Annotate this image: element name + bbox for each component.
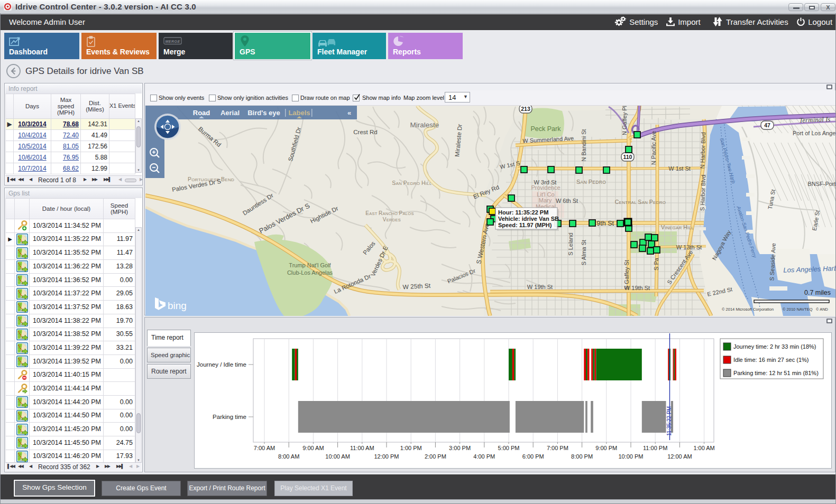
svg-text:Trump Nat'l Golf: Trump Nat'l Golf <box>289 262 331 268</box>
svg-text:Road: Road <box>193 109 210 117</box>
svg-text:W 25th St: W 25th St <box>402 282 431 291</box>
svg-text:S Harbor Blvd: S Harbor Blvd <box>699 174 706 211</box>
svg-text:Idle time: 16 min 27 sec (1%): Idle time: 16 min 27 sec (1%) <box>733 357 809 363</box>
svg-text:EAST RANCHO PALOS: EAST RANCHO PALOS <box>365 210 414 216</box>
svg-text:bing: bing <box>168 300 187 311</box>
svg-text:Crest Rd: Crest Rd <box>353 129 377 135</box>
svg-text:© AND: © AND <box>816 307 829 312</box>
svg-text:8:00 PM: 8:00 PM <box>571 453 593 460</box>
svg-text:0.7 miles: 0.7 miles <box>804 289 831 296</box>
svg-text:Providence: Providence <box>531 184 560 191</box>
svg-text:4:00 PM: 4:00 PM <box>473 453 495 460</box>
svg-text:10:00 PM: 10:00 PM <box>618 453 643 460</box>
svg-text:S Alma St: S Alma St <box>581 240 587 265</box>
svg-text:Labels: Labels <box>288 109 310 117</box>
svg-text:Bird's eye: Bird's eye <box>247 109 280 117</box>
svg-text:Parking time: Parking time <box>213 414 246 420</box>
svg-text:6:00 PM: 6:00 PM <box>522 453 544 460</box>
svg-text:Club-Los Angelas: Club-Los Angelas <box>287 269 333 276</box>
svg-text:12:00 PM: 12:00 PM <box>374 453 399 460</box>
svg-text:SAN PEDRO: SAN PEDRO <box>576 179 606 185</box>
svg-text:11:35:22 PM: 11:35:22 PM <box>666 406 672 436</box>
svg-text:W 19th St: W 19th St <box>624 285 650 291</box>
svg-text:Journey / Idle time: Journey / Idle time <box>197 361 246 368</box>
svg-text:S Pa: S Pa <box>653 257 659 270</box>
svg-text:BNSF-Port: BNSF-Port <box>807 181 835 187</box>
svg-text:MERGE: MERGE <box>165 40 180 43</box>
svg-text:N Bandini St: N Bandini St <box>581 129 587 161</box>
svg-text:Journey time: 2 hr 33 min (18%: Journey time: 2 hr 33 min (18%) <box>733 343 816 350</box>
svg-text:W 19th St: W 19th St <box>527 284 553 290</box>
svg-text:S Leland: S Leland <box>567 232 574 255</box>
svg-text:11:00 AM: 11:00 AM <box>350 445 374 451</box>
svg-text:N Pacific Ave: N Pacific Ave <box>650 131 657 165</box>
svg-text:Port of Los Angel: Port of Los Angel <box>793 130 835 136</box>
svg-text:7:00 PM: 7:00 PM <box>547 445 568 451</box>
svg-text:10:00 AM: 10:00 AM <box>325 453 350 460</box>
svg-text:VERDES: VERDES <box>383 217 401 222</box>
svg-text:2:00 PM: 2:00 PM <box>425 453 446 460</box>
svg-text:Speed: 11.97 (MPH): Speed: 11.97 (MPH) <box>498 222 552 228</box>
svg-text:7:00 AM: 7:00 AM <box>254 445 275 451</box>
svg-text:8:00 AM: 8:00 AM <box>278 453 299 460</box>
svg-text:© 2014 Microsoft Corporation: © 2014 Microsoft Corporation <box>722 307 774 312</box>
svg-text:W 6th St: W 6th St <box>556 198 578 204</box>
svg-text:Aerial: Aerial <box>221 109 240 117</box>
svg-text:N Gaffey Pl: N Gaffey Pl <box>621 106 628 135</box>
svg-text:9:00 AM: 9:00 AM <box>302 445 324 451</box>
svg-text:Miraleste: Miraleste <box>410 121 439 129</box>
svg-text:Parking time: 12 hr 51 min (81: Parking time: 12 hr 51 min (81%) <box>733 370 819 376</box>
svg-text:Mary: Mary <box>539 197 552 203</box>
svg-text:5:00 PM: 5:00 PM <box>498 445 520 451</box>
svg-text:W 1st St: W 1st St <box>668 165 691 172</box>
svg-text:N Harbor Blvd: N Harbor Blvd <box>699 132 706 169</box>
svg-text:1:00 AM: 1:00 AM <box>693 445 714 451</box>
svg-text:3:00 PM: 3:00 PM <box>449 445 471 451</box>
svg-text:110: 110 <box>623 154 632 160</box>
svg-text:213: 213 <box>521 106 530 112</box>
svg-text:9:00 PM: 9:00 PM <box>595 445 617 451</box>
svg-text:11:00 PM: 11:00 PM <box>643 445 667 451</box>
svg-text:Vehicle: idrive Van SB: Vehicle: idrive Van SB <box>498 216 559 222</box>
svg-text:47: 47 <box>764 122 770 128</box>
svg-text:«: « <box>347 109 353 117</box>
svg-text:12:00 AM: 12:00 AM <box>667 453 692 460</box>
svg-text:© 2010 NAVTEQ: © 2010 NAVTEQ <box>783 307 813 312</box>
svg-text:Peck Park: Peck Park <box>531 125 562 133</box>
svg-text:Terminal Is: Terminal Is <box>799 115 831 124</box>
svg-text:1:00 PM: 1:00 PM <box>400 445 422 451</box>
svg-text:Hour: 11:35:22 PM: Hour: 11:35:22 PM <box>498 209 548 216</box>
